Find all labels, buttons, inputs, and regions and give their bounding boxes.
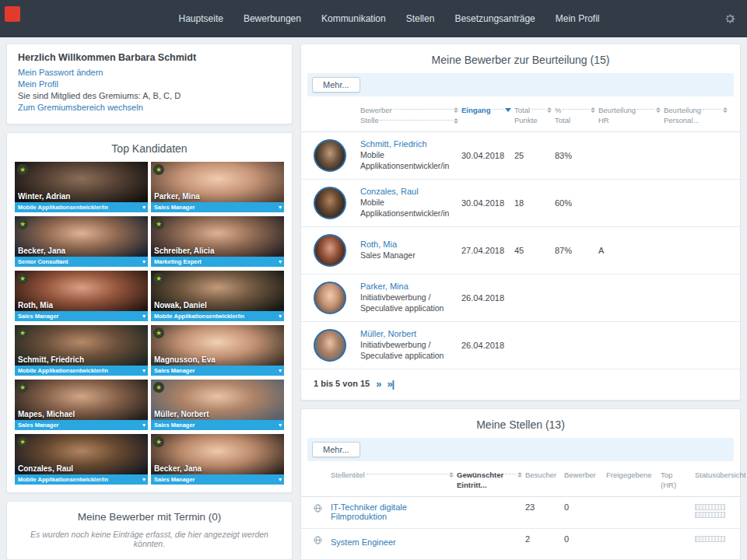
candidate-role-label: Sales Manager: [18, 313, 59, 320]
candidate-role-dropdown[interactable]: Senior Consultant▾: [15, 257, 148, 267]
column-header-beurteilung-personal[interactable]: BeurteilungPersonal...: [664, 106, 728, 125]
applicant-name-link[interactable]: Schmitt, Friedrich: [360, 139, 427, 149]
candidate-role-dropdown[interactable]: Sales Manager▾: [151, 474, 284, 485]
sort-icons[interactable]: [454, 118, 458, 124]
my-profile-link[interactable]: Mein Profil: [18, 79, 281, 89]
column-header-stellentitel[interactable]: Stellentitel: [331, 471, 454, 490]
switch-committee-link[interactable]: Zum Gremiumsbereich wechseln: [18, 103, 281, 112]
sort-icons[interactable]: [656, 107, 661, 113]
candidate-role-dropdown[interactable]: Sales Manager▾: [151, 420, 284, 430]
candidate-photo[interactable]: ★Winter, Adrian: [15, 162, 148, 202]
column-header-bewerber[interactable]: Bewerber: [564, 471, 603, 490]
sort-icons[interactable]: [547, 107, 552, 113]
nav-item-kommunikation[interactable]: Kommunikation: [321, 13, 386, 24]
app-logo[interactable]: [5, 6, 20, 22]
nav-item-mein-profil[interactable]: Mein Profil: [556, 13, 600, 24]
nav-item-besetzungsanträge[interactable]: Besetzungsanträge: [454, 13, 535, 24]
candidate-photo[interactable]: ★Parker, Mina: [151, 162, 284, 202]
position-title-link[interactable]: IT-Techniker digitale Filmproduktion: [331, 502, 454, 521]
candidate-role-dropdown[interactable]: Sales Manager▾: [151, 366, 284, 376]
candidate-photo[interactable]: ★Conzales, Raul: [15, 434, 148, 474]
candidate-photo[interactable]: ★Magnusson, Eva: [151, 325, 284, 366]
avatar-cell: [314, 282, 357, 314]
applicant-avatar[interactable]: [314, 234, 346, 267]
candidate-role-dropdown[interactable]: Marketing Expert▾: [151, 257, 284, 267]
review-title: Meine Bewerber zur Beurteilung (15): [301, 44, 740, 73]
candidate-photo[interactable]: ★Schmitt, Friedrich: [15, 325, 148, 366]
nav-item-bewerbungen[interactable]: Bewerbungen: [244, 13, 301, 24]
applicant-name-link[interactable]: Roth, Mia: [360, 240, 397, 249]
candidate-role-dropdown[interactable]: Mobile Applikationsentwickler/in▾: [15, 474, 148, 485]
header-line: Total: [514, 106, 552, 114]
sort-icons[interactable]: [517, 472, 522, 478]
change-password-link[interactable]: Mein Passwort ändern: [18, 68, 281, 77]
candidate-photo[interactable]: ★Müller, Norbert: [151, 380, 284, 420]
column-header-freigegebene[interactable]: Freigegebene: [606, 471, 658, 490]
header-line: Stellentitel: [331, 471, 454, 479]
candidate-role-label: Sales Manager: [154, 476, 195, 483]
applicant-avatar[interactable]: [314, 329, 346, 362]
candidate-role-dropdown[interactable]: Mobile Applikationsentwickler/in▾: [151, 311, 284, 321]
sort-icons[interactable]: [723, 107, 728, 113]
candidate-photo[interactable]: ★Roth, Mia: [15, 271, 148, 311]
dotted-leader: [492, 109, 503, 110]
sort-icons[interactable]: [591, 107, 595, 113]
review-table-header: BewerberStelleEingangTotalPunkte%TotalBe…: [301, 96, 740, 132]
header-line-2: (HR): [661, 481, 692, 489]
nav-item-stellen[interactable]: Stellen: [406, 13, 435, 24]
position-title-link[interactable]: System Engineer: [331, 537, 396, 547]
candidate-role-dropdown[interactable]: Mobile Applikationsentwickler/in▾: [15, 202, 148, 212]
applicant-avatar[interactable]: [314, 187, 346, 219]
review-card: Meine Bewerber zur Beurteilung (15) Mehr…: [300, 44, 741, 401]
last-page-icon[interactable]: »|: [387, 379, 394, 389]
candidate-photo[interactable]: ★Schreiber, Alicia: [151, 216, 284, 257]
candidate-role-dropdown[interactable]: Sales Manager▾: [151, 202, 284, 212]
applicant-avatar[interactable]: [314, 282, 346, 314]
candidate-photo[interactable]: ★Mapes, Michael: [15, 380, 148, 420]
candidate-role-dropdown[interactable]: Sales Manager▾: [15, 311, 148, 321]
header-line: Freigegebene: [606, 471, 658, 479]
positions-header-spacer: [314, 471, 328, 490]
applicant-position: Sales Manager: [360, 250, 458, 261]
nav-item-hauptseite[interactable]: Hauptseite: [179, 13, 223, 24]
sort-icons[interactable]: [505, 108, 511, 112]
review-more-button[interactable]: Mehr...: [312, 77, 360, 93]
column-header-total-punkte[interactable]: TotalPunkte: [514, 106, 552, 125]
sort-desc-icon: [517, 475, 522, 478]
column-header-bewerber-stelle[interactable]: BewerberStelle: [360, 106, 458, 125]
candidate-role-label: Mobile Applikationsentwickler/in: [18, 367, 108, 374]
candidate-role-dropdown[interactable]: Sales Manager▾: [15, 420, 148, 430]
sort-asc-icon: [547, 107, 552, 110]
column-header-top-hr[interactable]: Top(HR): [661, 471, 692, 490]
review-toolbar: Mehr...: [307, 73, 734, 96]
sort-desc-icon: [449, 475, 454, 478]
sort-desc-icon: [723, 110, 728, 113]
column-header-statusübersicht[interactable]: Statusübersicht: [695, 471, 745, 490]
besucher-cell: 23: [525, 502, 561, 512]
positions-more-button[interactable]: Mehr...: [312, 442, 360, 457]
settings-gear-icon[interactable]: [724, 12, 736, 25]
sort-icons[interactable]: [449, 472, 454, 478]
sort-asc-icon: [517, 472, 522, 474]
header-label: Top: [661, 471, 672, 479]
next-page-icon[interactable]: »: [376, 379, 381, 389]
percent-total-cell: 83%: [555, 151, 595, 160]
sort-asc-icon: [454, 107, 458, 110]
candidate-photo[interactable]: ★Becker, Jana: [15, 216, 148, 257]
candidate-tile-becker-jana: ★Becker, JanaSales Manager▾: [151, 434, 284, 485]
column-header-total[interactable]: %Total: [555, 106, 595, 125]
applicant-avatar[interactable]: [314, 139, 346, 172]
applicant-name-link[interactable]: Conzales, Raul: [360, 187, 419, 196]
column-header-besucher[interactable]: Besucher: [525, 471, 561, 490]
candidate-photo[interactable]: ★Nowak, Daniel: [151, 271, 284, 311]
header-line: Top: [661, 471, 692, 479]
candidate-role-dropdown[interactable]: Mobile Applikationsentwickler/in▾: [15, 366, 148, 376]
column-header-beurteilung-hr[interactable]: BeurteilungHR: [598, 106, 661, 125]
sort-icons[interactable]: [454, 107, 458, 113]
applicant-name-link[interactable]: Müller, Norbert: [360, 329, 416, 338]
candidate-photo[interactable]: ★Becker, Jana: [151, 434, 284, 474]
review-row-roth-mia: Roth, MiaSales Manager27.04.20184587%A: [301, 227, 740, 275]
column-header-gewünschter-eintritt[interactable]: GewünschterEintritt...: [457, 471, 522, 490]
applicant-name-link[interactable]: Parker, Mina: [360, 282, 409, 291]
column-header-eingang[interactable]: Eingang: [461, 106, 511, 125]
